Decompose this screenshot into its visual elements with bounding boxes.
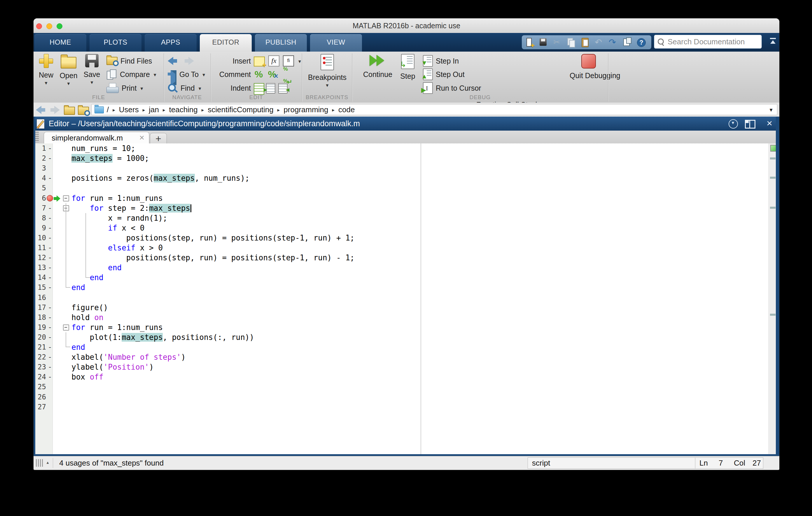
line-number[interactable]: 2 (35, 153, 46, 163)
copy-icon[interactable] (567, 37, 576, 47)
tab-strip-grip[interactable] (35, 132, 39, 142)
line-number[interactable]: 9 (35, 223, 46, 233)
close-panel-icon[interactable]: × (766, 119, 772, 127)
undo-icon[interactable] (595, 37, 604, 47)
code-text[interactable]: ylabel('Position') (71, 362, 154, 372)
usage-mark[interactable] (770, 177, 776, 179)
open-button[interactable]: Open▼ (58, 54, 79, 86)
code-line[interactable]: 16 (35, 293, 776, 303)
save-icon[interactable] (539, 37, 547, 47)
line-number[interactable]: 20 (35, 332, 46, 342)
compare-button[interactable]: Compare ▼ (107, 68, 157, 80)
code-text[interactable]: figure() (71, 303, 108, 312)
find-files-button[interactable]: Find Files (107, 55, 152, 67)
code-editor[interactable]: 1-num_runs = 10;2-max_steps = 1000;34-po… (35, 144, 776, 454)
usage-mark[interactable] (770, 207, 776, 209)
code-line[interactable]: 5 (35, 183, 776, 193)
code-text[interactable]: positions = zeros(max_steps, num_runs); (71, 173, 250, 183)
document-tab[interactable]: simplerandomwalk.m × (44, 132, 149, 144)
usage-mark[interactable] (770, 314, 776, 316)
forward-icon[interactable] (183, 57, 194, 65)
code-fold-toggle[interactable] (63, 325, 69, 331)
code-text[interactable]: for run = 1:num_runs (71, 193, 163, 203)
run-to-cursor-button[interactable]: I▶ Run to Cursor (423, 82, 481, 94)
step-button[interactable]: ↳ Step (396, 54, 419, 81)
quit-debugging-button[interactable]: Quit Debugging (570, 54, 608, 80)
uncomment-icon[interactable]: % (267, 69, 277, 80)
indent-right-icon[interactable] (266, 83, 275, 93)
redo-icon[interactable] (609, 37, 617, 47)
code-text[interactable]: positions(step, run) = positions(step-1,… (71, 233, 355, 243)
tab-apps[interactable]: APPS (145, 34, 197, 52)
line-number[interactable]: 8 (35, 213, 46, 223)
save-button[interactable]: Save▼ (81, 54, 103, 85)
code-text[interactable]: max_steps = 1000; (71, 153, 149, 163)
close-tab-icon[interactable]: × (139, 133, 144, 143)
new-button[interactable]: New▼ (36, 54, 56, 85)
code-text[interactable]: xlabel('Number of steps') (71, 352, 185, 362)
title-bar[interactable]: MATLAB R2016b - academic use (33, 18, 779, 33)
new-script-icon[interactable] (525, 37, 533, 47)
code-line[interactable]: 27 (35, 402, 776, 412)
chevron-down-icon[interactable]: ▼ (297, 59, 302, 64)
window-icon[interactable] (623, 37, 632, 47)
code-text[interactable]: elseif x > 0 (71, 243, 163, 253)
line-number[interactable]: 11 (35, 243, 46, 253)
code-line[interactable]: 3 (35, 163, 776, 173)
status-grip-arrow-icon[interactable]: ▲ (46, 460, 50, 465)
line-number[interactable]: 26 (35, 392, 46, 402)
print-button[interactable]: Print ▼ (107, 82, 144, 94)
line-number[interactable]: 22 (35, 352, 46, 362)
code-line[interactable]: 11- elseif x > 0 (35, 243, 776, 253)
browse-folder-icon[interactable] (78, 107, 89, 115)
code-line[interactable]: 15-end (35, 282, 776, 293)
code-line[interactable]: 20- plot(1:max_steps, positions(:, run)) (35, 332, 776, 342)
find-button[interactable]: Find ▼ (168, 82, 202, 94)
code-text[interactable]: plot(1:max_steps, positions(:, run)) (71, 332, 254, 342)
code-line[interactable]: 23-ylabel('Position') (35, 362, 776, 372)
line-number[interactable]: 27 (35, 402, 46, 412)
line-number[interactable]: 21 (35, 342, 46, 352)
breakpoints-button[interactable]: Breakpoints▼ (307, 54, 347, 88)
code-text[interactable]: num_runs = 10; (71, 144, 135, 153)
line-number[interactable]: 19 (35, 323, 46, 332)
dock-panel-icon[interactable] (745, 120, 755, 128)
back-icon[interactable] (168, 57, 179, 65)
breadcrumb-segment[interactable]: Users (119, 105, 139, 114)
code-line[interactable]: 25 (35, 382, 776, 392)
line-number[interactable]: 7 (35, 203, 46, 213)
code-line[interactable]: 1-num_runs = 10; (35, 144, 776, 153)
line-number[interactable]: 17 (35, 303, 46, 312)
line-number[interactable]: 1 (35, 144, 46, 153)
new-tab-button[interactable]: + (150, 133, 167, 144)
line-number[interactable]: 18 (35, 312, 46, 323)
code-line[interactable]: 21-end (35, 342, 776, 352)
breadcrumb-segment[interactable]: / (107, 105, 109, 114)
minimize-ribbon-icon[interactable] (769, 38, 777, 45)
code-line[interactable]: 18-hold on (35, 312, 776, 323)
line-number[interactable]: 25 (35, 382, 46, 392)
line-number[interactable]: 3 (35, 163, 46, 173)
code-line[interactable]: 7- for step = 2:max_steps (35, 203, 776, 213)
code-line[interactable]: 6for run = 1:num_runs (35, 193, 776, 203)
code-fold-toggle[interactable] (63, 195, 69, 202)
code-text[interactable]: end (71, 263, 122, 273)
code-text[interactable]: for step = 2:max_steps (71, 203, 191, 213)
step-out-button[interactable]: ▲ Step Out (423, 68, 465, 80)
breadcrumb-segment[interactable]: scientificComputing (208, 105, 273, 114)
line-number[interactable]: 23 (35, 362, 46, 372)
code-line[interactable]: 12- positions(step, run) = positions(ste… (35, 253, 776, 263)
step-in-button[interactable]: ▼ Step In (423, 55, 459, 67)
code-text[interactable]: end (71, 342, 85, 352)
message-indicator-bar[interactable] (769, 144, 776, 454)
tab-home[interactable]: HOME (34, 34, 86, 52)
search-input[interactable] (667, 36, 759, 47)
breakpoint-icon[interactable] (47, 195, 53, 202)
breadcrumb-segment[interactable]: jan (149, 105, 159, 114)
insert-function-icon[interactable]: fx (268, 55, 280, 66)
tab-plots[interactable]: PLOTS (90, 34, 141, 52)
forward-icon[interactable] (49, 105, 60, 114)
panel-actions-icon[interactable] (729, 119, 738, 128)
code-line[interactable]: 13- end (35, 263, 776, 273)
current-folder-path[interactable]: /▸Users▸jan▸teaching▸scientificComputing… (91, 104, 777, 115)
